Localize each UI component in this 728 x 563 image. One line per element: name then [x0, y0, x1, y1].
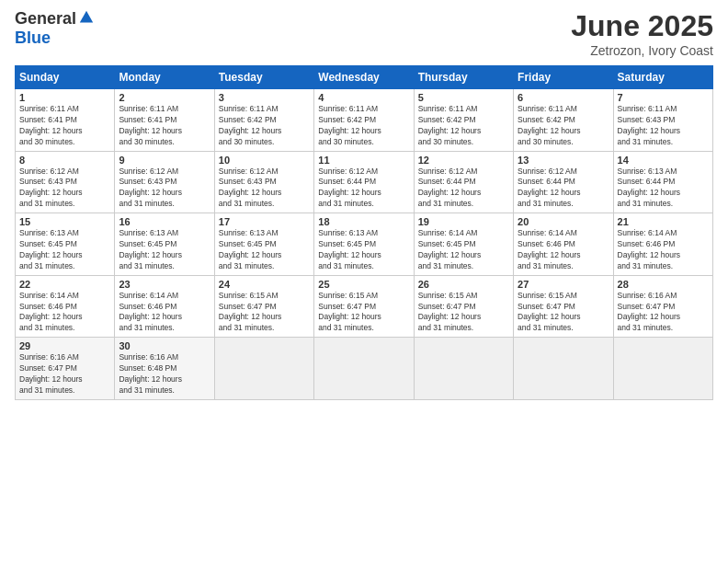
day-info: Sunrise: 6:13 AMSunset: 6:44 PMDaylight:… — [618, 167, 709, 211]
table-row: 27Sunrise: 6:15 AMSunset: 6:47 PMDayligh… — [514, 275, 613, 338]
day-info: Sunrise: 6:12 AMSunset: 6:43 PMDaylight:… — [19, 167, 110, 211]
day-info: Sunrise: 6:14 AMSunset: 6:46 PMDaylight:… — [119, 291, 210, 335]
page: General Blue June 2025 Zetrozon, Ivory C… — [0, 0, 728, 563]
empty-cell — [613, 338, 712, 400]
empty-cell — [414, 338, 513, 400]
logo-icon — [78, 9, 95, 26]
table-row: 12Sunrise: 6:12 AMSunset: 6:44 PMDayligh… — [414, 151, 513, 213]
table-row: 4Sunrise: 6:11 AMSunset: 6:42 PMDaylight… — [314, 89, 414, 152]
day-number: 23 — [119, 279, 210, 290]
day-info: Sunrise: 6:12 AMSunset: 6:43 PMDaylight:… — [219, 167, 310, 211]
day-info: Sunrise: 6:11 AMSunset: 6:43 PMDaylight:… — [618, 104, 709, 148]
day-info: Sunrise: 6:12 AMSunset: 6:44 PMDaylight:… — [518, 167, 609, 211]
day-info: Sunrise: 6:14 AMSunset: 6:46 PMDaylight:… — [19, 291, 110, 335]
logo-blue-text: Blue — [15, 29, 51, 48]
logo-general-text: General — [15, 9, 76, 29]
day-number: 24 — [219, 279, 310, 290]
table-row: 6Sunrise: 6:11 AMSunset: 6:42 PMDaylight… — [514, 89, 613, 152]
day-info: Sunrise: 6:11 AMSunset: 6:41 PMDaylight:… — [119, 104, 210, 148]
table-row: 1Sunrise: 6:11 AMSunset: 6:41 PMDaylight… — [16, 89, 115, 152]
col-sunday: Sunday — [16, 66, 115, 89]
table-row: 11Sunrise: 6:12 AMSunset: 6:44 PMDayligh… — [314, 151, 414, 213]
day-number: 29 — [19, 340, 110, 351]
day-number: 28 — [618, 279, 709, 290]
day-info: Sunrise: 6:12 AMSunset: 6:43 PMDaylight:… — [119, 167, 210, 211]
day-info: Sunrise: 6:16 AMSunset: 6:48 PMDaylight:… — [119, 352, 210, 396]
day-number: 17 — [219, 216, 310, 227]
day-number: 14 — [618, 155, 709, 166]
table-row: 10Sunrise: 6:12 AMSunset: 6:43 PMDayligh… — [214, 151, 313, 213]
table-row: 14Sunrise: 6:13 AMSunset: 6:44 PMDayligh… — [613, 151, 712, 213]
day-number: 3 — [219, 92, 310, 103]
table-row: 5Sunrise: 6:11 AMSunset: 6:42 PMDaylight… — [414, 89, 513, 152]
day-info: Sunrise: 6:13 AMSunset: 6:45 PMDaylight:… — [318, 228, 409, 272]
day-info: Sunrise: 6:14 AMSunset: 6:46 PMDaylight:… — [518, 228, 609, 272]
day-number: 18 — [318, 216, 409, 227]
svg-marker-0 — [80, 10, 93, 22]
table-row: 7Sunrise: 6:11 AMSunset: 6:43 PMDaylight… — [613, 89, 712, 152]
day-number: 7 — [618, 92, 709, 103]
table-row: 3Sunrise: 6:11 AMSunset: 6:42 PMDaylight… — [214, 89, 313, 152]
calendar-week-row: 8Sunrise: 6:12 AMSunset: 6:43 PMDaylight… — [16, 151, 713, 213]
day-info: Sunrise: 6:11 AMSunset: 6:42 PMDaylight:… — [518, 104, 609, 148]
day-info: Sunrise: 6:11 AMSunset: 6:42 PMDaylight:… — [219, 104, 310, 148]
table-row: 24Sunrise: 6:15 AMSunset: 6:47 PMDayligh… — [214, 275, 313, 338]
col-friday: Friday — [514, 66, 613, 89]
header: General Blue June 2025 Zetrozon, Ivory C… — [15, 9, 713, 58]
day-info: Sunrise: 6:15 AMSunset: 6:47 PMDaylight:… — [318, 291, 409, 335]
table-row: 20Sunrise: 6:14 AMSunset: 6:46 PMDayligh… — [514, 213, 613, 276]
day-number: 13 — [518, 155, 609, 166]
day-info: Sunrise: 6:15 AMSunset: 6:47 PMDaylight:… — [418, 291, 509, 335]
logo: General Blue — [15, 9, 95, 48]
day-info: Sunrise: 6:14 AMSunset: 6:45 PMDaylight:… — [418, 228, 509, 272]
day-number: 4 — [318, 92, 409, 103]
day-number: 10 — [219, 155, 310, 166]
table-row: 25Sunrise: 6:15 AMSunset: 6:47 PMDayligh… — [314, 275, 414, 338]
day-info: Sunrise: 6:13 AMSunset: 6:45 PMDaylight:… — [19, 228, 110, 272]
day-number: 30 — [119, 340, 210, 351]
calendar-table: Sunday Monday Tuesday Wednesday Thursday… — [15, 65, 713, 400]
empty-cell — [214, 338, 313, 400]
calendar-week-row: 22Sunrise: 6:14 AMSunset: 6:46 PMDayligh… — [16, 275, 713, 338]
page-subtitle: Zetrozon, Ivory Coast — [571, 43, 713, 58]
day-number: 19 — [418, 216, 509, 227]
col-wednesday: Wednesday — [314, 66, 414, 89]
title-block: June 2025 Zetrozon, Ivory Coast — [571, 9, 713, 58]
calendar-header-row: Sunday Monday Tuesday Wednesday Thursday… — [16, 66, 713, 89]
day-number: 22 — [19, 279, 110, 290]
day-number: 5 — [418, 92, 509, 103]
day-info: Sunrise: 6:11 AMSunset: 6:41 PMDaylight:… — [19, 104, 110, 148]
table-row: 8Sunrise: 6:12 AMSunset: 6:43 PMDaylight… — [16, 151, 115, 213]
empty-cell — [514, 338, 613, 400]
day-info: Sunrise: 6:13 AMSunset: 6:45 PMDaylight:… — [219, 228, 310, 272]
day-info: Sunrise: 6:11 AMSunset: 6:42 PMDaylight:… — [418, 104, 509, 148]
day-info: Sunrise: 6:14 AMSunset: 6:46 PMDaylight:… — [618, 228, 709, 272]
empty-cell — [314, 338, 414, 400]
table-row: 18Sunrise: 6:13 AMSunset: 6:45 PMDayligh… — [314, 213, 414, 276]
day-number: 1 — [19, 92, 110, 103]
day-info: Sunrise: 6:15 AMSunset: 6:47 PMDaylight:… — [518, 291, 609, 335]
day-number: 15 — [19, 216, 110, 227]
table-row: 2Sunrise: 6:11 AMSunset: 6:41 PMDaylight… — [115, 89, 214, 152]
table-row: 16Sunrise: 6:13 AMSunset: 6:45 PMDayligh… — [115, 213, 214, 276]
day-number: 25 — [318, 279, 409, 290]
col-tuesday: Tuesday — [214, 66, 313, 89]
table-row: 22Sunrise: 6:14 AMSunset: 6:46 PMDayligh… — [16, 275, 115, 338]
col-monday: Monday — [115, 66, 214, 89]
table-row: 19Sunrise: 6:14 AMSunset: 6:45 PMDayligh… — [414, 213, 513, 276]
calendar-week-row: 29Sunrise: 6:16 AMSunset: 6:47 PMDayligh… — [16, 338, 713, 400]
day-info: Sunrise: 6:12 AMSunset: 6:44 PMDaylight:… — [418, 167, 509, 211]
day-number: 12 — [418, 155, 509, 166]
table-row: 21Sunrise: 6:14 AMSunset: 6:46 PMDayligh… — [613, 213, 712, 276]
table-row: 9Sunrise: 6:12 AMSunset: 6:43 PMDaylight… — [115, 151, 214, 213]
page-title: June 2025 — [571, 9, 713, 43]
day-number: 20 — [518, 216, 609, 227]
table-row: 29Sunrise: 6:16 AMSunset: 6:47 PMDayligh… — [16, 338, 115, 400]
day-info: Sunrise: 6:13 AMSunset: 6:45 PMDaylight:… — [119, 228, 210, 272]
day-info: Sunrise: 6:12 AMSunset: 6:44 PMDaylight:… — [318, 167, 409, 211]
calendar-week-row: 1Sunrise: 6:11 AMSunset: 6:41 PMDaylight… — [16, 89, 713, 152]
table-row: 13Sunrise: 6:12 AMSunset: 6:44 PMDayligh… — [514, 151, 613, 213]
table-row: 28Sunrise: 6:16 AMSunset: 6:47 PMDayligh… — [613, 275, 712, 338]
col-saturday: Saturday — [613, 66, 712, 89]
day-number: 26 — [418, 279, 509, 290]
